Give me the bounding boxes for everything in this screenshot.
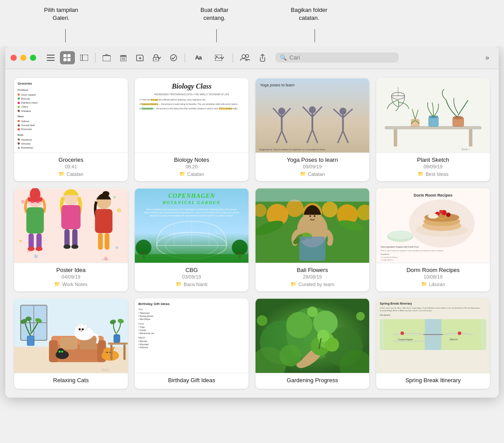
folder-icon: 📁 bbox=[54, 281, 60, 287]
svg-text:Gola✓: Gola✓ bbox=[101, 258, 111, 261]
svg-point-116 bbox=[314, 215, 315, 217]
share-folder-button[interactable] bbox=[99, 51, 114, 64]
svg-rect-155 bbox=[49, 340, 58, 362]
svg-point-196 bbox=[307, 306, 318, 317]
svg-rect-48 bbox=[385, 126, 481, 129]
insert-media-button[interactable] bbox=[210, 51, 229, 64]
note-info-groceries: Groceries 09.41 📁 Catatan bbox=[14, 153, 128, 181]
svg-point-57 bbox=[429, 115, 438, 118]
svg-rect-176 bbox=[108, 342, 128, 344]
share-people-button[interactable] bbox=[237, 51, 253, 64]
svg-point-173 bbox=[57, 348, 64, 355]
note-card-yoga[interactable]: Yoga poses to learn bbox=[256, 78, 369, 181]
svg-point-198 bbox=[257, 315, 267, 326]
svg-rect-2 bbox=[47, 60, 55, 61]
gallery-view-button[interactable] bbox=[60, 51, 75, 64]
svg-text:Five-Ingredient Snacks with Fr: Five-Ingredient Snacks with Fresh Fruit bbox=[381, 246, 419, 248]
dorm-illustration: Dorm Room Recipes bbox=[376, 188, 490, 263]
expand-button[interactable]: » bbox=[481, 52, 493, 63]
note-title-bali: Bali Flowers bbox=[260, 267, 365, 273]
note-card-spring[interactable]: Spring Break Itinerary Check out at noon… bbox=[376, 298, 490, 389]
sidebar-toggle-button[interactable] bbox=[77, 51, 92, 64]
svg-point-152 bbox=[26, 316, 32, 321]
svg-point-135 bbox=[428, 213, 438, 219]
note-card-dorm[interactable]: Dorm Room Recipes bbox=[376, 188, 490, 291]
svg-point-24 bbox=[246, 54, 249, 57]
delete-button[interactable] bbox=[116, 51, 131, 64]
list-view-button[interactable] bbox=[43, 51, 58, 64]
note-info-cats: Relaxing Cats bbox=[14, 373, 128, 389]
svg-rect-9 bbox=[103, 56, 111, 61]
note-title-yoga: Yoga Poses to learn bbox=[260, 156, 365, 163]
checklist-icon bbox=[170, 54, 178, 61]
note-title-birthday: Birthday Gift Ideas bbox=[139, 377, 244, 383]
note-card-birthday[interactable]: Birthday Gift Ideas Tim • Telescope • Bo… bbox=[135, 298, 248, 389]
folder-icon: 📁 bbox=[290, 281, 296, 287]
note-card-cbg[interactable]: COPENHAGEN BOTANICAL GARDEN What a wonde… bbox=[135, 188, 248, 291]
search-input[interactable] bbox=[289, 54, 394, 61]
svg-point-137 bbox=[388, 230, 413, 239]
close-button[interactable] bbox=[11, 55, 17, 61]
note-info-spring: Spring Break Itinerary bbox=[376, 373, 490, 389]
spring-map: Copenhagen Malmö bbox=[380, 319, 486, 350]
note-folder-biology: 📁 Catatan bbox=[139, 171, 244, 177]
lock-button[interactable] bbox=[149, 51, 164, 64]
folder-icon: 📁 bbox=[176, 281, 182, 287]
note-folder-dorm: 📁 Liburan bbox=[381, 281, 485, 287]
note-thumbnail-biology: Biology Class ADDRESSING TRICHOMONAS (ST… bbox=[135, 78, 248, 153]
svg-rect-6 bbox=[67, 58, 70, 61]
svg-point-40 bbox=[340, 108, 347, 115]
note-card-cats[interactable]: Gola✓ Relaxing Cats bbox=[14, 298, 128, 389]
svg-point-134 bbox=[439, 210, 443, 213]
new-note-button[interactable] bbox=[133, 51, 148, 64]
svg-point-64 bbox=[113, 196, 116, 198]
note-date-cbg: 03/09/19 bbox=[139, 274, 244, 279]
svg-point-87 bbox=[102, 191, 109, 196]
note-folder-groceries: 📁 Catatan bbox=[19, 171, 123, 177]
format-text-button[interactable]: Aa bbox=[189, 51, 208, 64]
export-button[interactable] bbox=[255, 51, 270, 64]
svg-point-163 bbox=[78, 328, 81, 330]
svg-point-28 bbox=[278, 108, 285, 115]
people-icon bbox=[240, 54, 250, 61]
poster-illustration: Gola✓ bbox=[14, 188, 128, 263]
note-thumbnail-yoga: Yoga poses to learn bbox=[256, 78, 369, 153]
note-info-bali: Bali Flowers 28/08/19 📁 Curated by team bbox=[256, 263, 369, 291]
note-folder-yoga: 📁 Catatan bbox=[260, 171, 365, 177]
note-card-poster[interactable]: Gola✓ Poster Idea 04/09/19 📁 Work Notes bbox=[14, 188, 128, 291]
note-card-bali[interactable]: Bali Flowers 28/08/19 📁 Curated by team bbox=[256, 188, 369, 291]
svg-point-19 bbox=[155, 58, 156, 60]
checklist-button[interactable] bbox=[166, 51, 181, 64]
svg-point-60 bbox=[21, 200, 25, 203]
maximize-button[interactable] bbox=[30, 55, 36, 61]
list-icon bbox=[47, 55, 55, 61]
svg-rect-77 bbox=[31, 200, 34, 203]
svg-rect-89 bbox=[98, 233, 103, 249]
note-date-poster: 04/09/19 bbox=[19, 274, 123, 279]
note-info-yoga: Yoga Poses to learn 09/09/19 📁 Catatan bbox=[256, 153, 369, 181]
svg-point-85 bbox=[71, 244, 78, 249]
note-date-bali: 28/08/19 bbox=[260, 274, 365, 279]
note-info-dorm: Dorm Room Recipes 10/08/19 📁 Liburan bbox=[376, 263, 490, 291]
svg-rect-78 bbox=[36, 200, 40, 203]
note-card-gardening[interactable]: Gardening Progress bbox=[256, 298, 369, 389]
svg-text:• 2 cups Berries: • 2 cups Berries bbox=[381, 259, 393, 261]
svg-text:were in full bloom and I loved: were in full bloom and I loved wandering… bbox=[144, 212, 240, 214]
svg-point-189 bbox=[286, 312, 312, 338]
svg-rect-149 bbox=[27, 336, 34, 346]
svg-rect-81 bbox=[61, 205, 81, 229]
note-info-plant: Plant Sketch 08/09/19 📁 Best Ideas bbox=[376, 153, 490, 181]
note-title-cats: Relaxing Cats bbox=[19, 377, 123, 383]
note-card-biology[interactable]: Biology Class ADDRESSING TRICHOMONAS (ST… bbox=[135, 78, 248, 181]
note-card-plant[interactable]: Baia✓ Plant Sketch 08/09/19 📁 Best Ideas bbox=[376, 78, 490, 181]
svg-point-109 bbox=[322, 201, 338, 217]
gardening-illustration bbox=[256, 298, 369, 373]
note-card-groceries[interactable]: Groceries Produce Acorn squash Broccoli … bbox=[14, 78, 128, 181]
media-chevron-icon bbox=[221, 56, 224, 60]
yoga-illustration: Yoga poses to learn bbox=[256, 78, 369, 153]
note-date-plant: 08/09/19 bbox=[381, 164, 485, 169]
svg-point-75 bbox=[28, 246, 35, 251]
minimize-button[interactable] bbox=[20, 55, 26, 61]
toolbar: Aa bbox=[5, 46, 499, 69]
note-title-spring: Spring Break Itinerary bbox=[381, 377, 485, 383]
